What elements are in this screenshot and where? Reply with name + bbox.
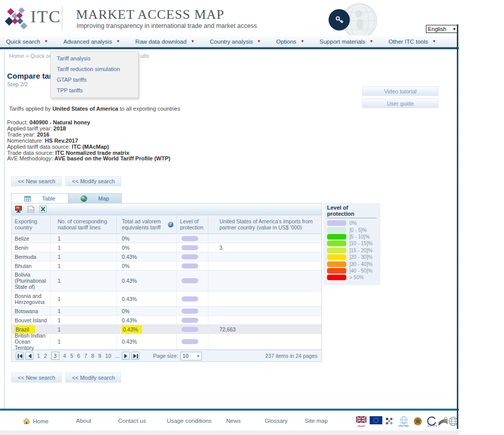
european-union-logo[interactable]: [370, 416, 382, 427]
language-select[interactable]: English ▼: [426, 25, 458, 33]
app-subtitle: Improving transparency in international …: [77, 22, 257, 29]
footer-link-news[interactable]: News: [226, 418, 241, 424]
home-icon: [23, 418, 30, 424]
header-divider: [62, 6, 62, 30]
protection-pill: [182, 245, 198, 250]
importing-country: United States of America: [52, 106, 118, 112]
page-size-select[interactable]: 10▼: [181, 352, 202, 360]
legend-label: ]20 - 30]%: [349, 254, 373, 260]
page-number-3-current[interactable]: 3: [51, 352, 59, 360]
login-key-icon[interactable]: [329, 9, 350, 30]
table-row-brazil-highlighted: Brazil10.43%72,663: [12, 325, 321, 334]
protection-pill: [182, 309, 198, 314]
result-tabs: Table Map: [11, 193, 122, 203]
page-number-10[interactable]: 10: [105, 353, 112, 359]
tab-map[interactable]: Map: [68, 193, 122, 203]
query-summary: Tariffs applied by United States of Amer…: [9, 106, 181, 112]
header: ITC MARKET ACCESS MAP Improving transpar…: [0, 0, 459, 36]
table-row: Bermuda10.43%: [12, 252, 321, 261]
main-nav: Quick search▼ Advanced analysis▼ Raw dat…: [0, 36, 459, 49]
nav-country-analysis[interactable]: Country analysis▼: [210, 39, 261, 45]
grips-logo[interactable]: G R I P S: [426, 416, 437, 429]
pager-first-button[interactable]: [16, 352, 24, 360]
nav-options[interactable]: Options▼: [276, 39, 305, 45]
new-search-button[interactable]: << New search: [11, 176, 62, 186]
page-number-8[interactable]: 8: [91, 353, 94, 359]
page-container: ITC MARKET ACCESS MAP Improving transpar…: [0, 0, 459, 435]
nav-other-itc-tools[interactable]: Other ITC tools▼: [388, 39, 436, 45]
info-icon[interactable]: ?: [168, 222, 173, 227]
pager-prev-button[interactable]: [25, 352, 33, 360]
page-size-label: Page size:: [153, 353, 178, 359]
protection-pill: [182, 339, 198, 344]
nav-raw-data-download[interactable]: Raw data download▼: [135, 39, 195, 45]
nav-advanced-analysis[interactable]: Advanced analysis▼: [63, 39, 120, 45]
svg-text:UNCTAD: UNCTAD: [399, 424, 409, 427]
table-row: Bolivia (Plurinational State of)10.43%: [12, 271, 321, 291]
page-number-4[interactable]: 4: [63, 353, 66, 359]
export-doc-icon[interactable]: [14, 205, 23, 214]
legend-swatch: [327, 241, 346, 246]
footer-link-home[interactable]: Home: [23, 418, 49, 424]
export-csv-icon[interactable]: CSV: [26, 205, 35, 214]
modify-search-button-bottom[interactable]: << Modify search: [65, 373, 121, 383]
content-left-border: [4, 51, 5, 409]
footer-link-contact-us[interactable]: Contact us: [118, 418, 146, 424]
new-search-button-bottom[interactable]: << New search: [11, 373, 62, 383]
footer-link-site-map[interactable]: Site map: [305, 418, 328, 424]
language-selected: English: [428, 26, 446, 32]
footer-link-glossary[interactable]: Glossary: [265, 418, 287, 424]
unctad-logo[interactable]: UNCTAD: [398, 416, 410, 429]
user-guide-button[interactable]: User guide: [362, 98, 439, 108]
wto-logo[interactable]: [438, 416, 449, 428]
footer-link-about[interactable]: About: [76, 418, 91, 424]
detail-ave-methodology: AVE Methodology: AVE based on the World …: [7, 156, 170, 162]
modify-search-button[interactable]: << Modify search: [65, 176, 121, 186]
video-tutorial-button[interactable]: Video tutorial: [362, 86, 439, 96]
select-arrow-icon: ▼: [452, 27, 456, 31]
window-bottom-strip: [0, 430, 459, 435]
pagination-bar: 1 2 3 4 5 6 7 8 9 10 ... Page size: 10▼ …: [12, 350, 321, 361]
tab-table[interactable]: Table: [11, 193, 68, 203]
russia-ministry-logo[interactable]: [412, 416, 423, 429]
page-number-2[interactable]: 2: [44, 353, 47, 359]
pager-next-button[interactable]: [122, 352, 130, 360]
protection-pill: [182, 278, 198, 283]
legend-swatch: [327, 220, 346, 226]
itc-logo-text: ITC: [30, 7, 61, 26]
page-number-1[interactable]: 1: [37, 353, 40, 359]
col-exporting-country: Exporting country: [12, 215, 51, 233]
page-number-6[interactable]: 6: [77, 353, 80, 359]
legend-label: 0%: [349, 220, 356, 226]
menu-item-tariff-analysis[interactable]: Tariff analysis: [51, 53, 138, 64]
legend-label: ]0 - 5]%: [349, 227, 367, 233]
footer-link-usage-conditions[interactable]: Usage conditions: [167, 418, 211, 424]
legend-label: ]5 - 10]%: [349, 234, 370, 240]
query-details: Product: 040900 - Natural honey Applied …: [7, 120, 170, 162]
legend-swatch: [327, 268, 346, 274]
nav-support-materials[interactable]: Support materials▼: [319, 39, 373, 45]
legend-label: ]30 - 40]%: [349, 261, 373, 267]
page-number-5[interactable]: 5: [70, 353, 73, 359]
table-row: Belize10%: [12, 234, 321, 243]
legend-title: Level of protection: [327, 205, 377, 218]
caret-down-icon: ▼: [191, 39, 195, 44]
table-row: Benin10%3: [12, 243, 321, 252]
page-number-7[interactable]: 7: [84, 353, 87, 359]
page-number-9[interactable]: 9: [98, 353, 101, 359]
legend-swatch: [327, 227, 346, 233]
export-excel-icon[interactable]: [39, 205, 47, 214]
legend-label: > 50%: [349, 275, 364, 280]
ukaid-logo[interactable]: ukaid: [356, 416, 367, 429]
menu-item-tariff-reduction-simulation[interactable]: Tariff reduction simulation: [51, 64, 138, 75]
menu-item-gtap-tariffs[interactable]: GTAP tariffs: [51, 75, 138, 85]
nav-quick-search[interactable]: Quick search▼: [6, 39, 48, 45]
pager-last-button[interactable]: [131, 352, 139, 360]
itc-footer-logo[interactable]: [384, 416, 394, 428]
highlighted-tariff: 0.43%: [122, 325, 142, 333]
menu-item-tpp-tariffs[interactable]: TPP tariffs: [51, 85, 138, 96]
page-ellipsis[interactable]: ...: [115, 353, 120, 359]
page-right-border: [457, 24, 458, 429]
footer: Home About Contact us Usage conditions N…: [0, 409, 459, 430]
col-level-of-protection: Level of protection: [177, 215, 208, 233]
